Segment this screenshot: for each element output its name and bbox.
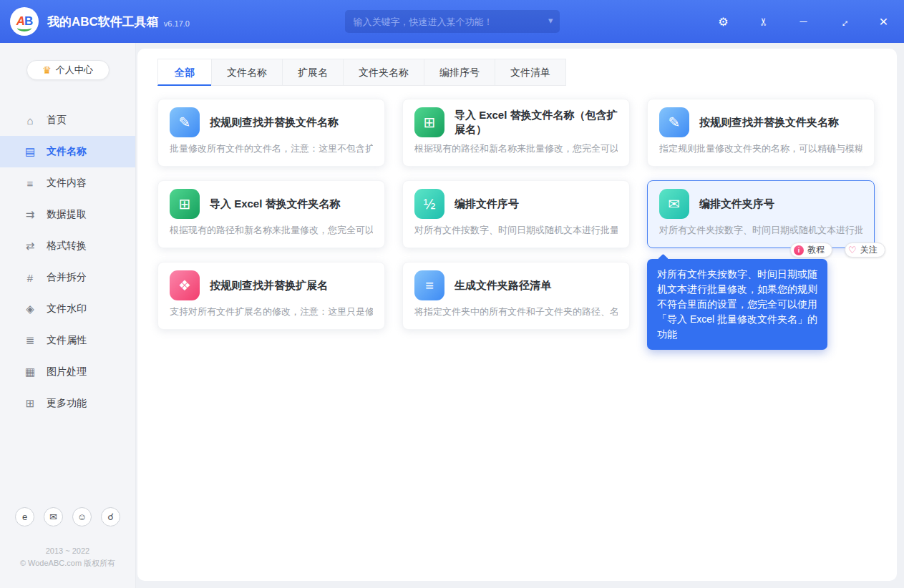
share-icon[interactable]: ☌ xyxy=(101,507,120,526)
card-title: 按规则查找并替换文件夹名称 xyxy=(699,115,839,129)
tab-all[interactable]: 全部 xyxy=(157,59,212,86)
excel-icon: ⊞ xyxy=(414,107,444,137)
folder-edit-icon: ✎ xyxy=(659,107,689,137)
card-title: 导入 Excel 替换文件名称（包含扩展名） xyxy=(455,108,618,137)
card-title: 编排文件夹序号 xyxy=(699,197,774,211)
sequence-number-icon: ½ xyxy=(414,189,444,219)
card-replace-file-name[interactable]: ✎ 按规则查找并替换文件名称 批量修改所有文件的文件名，注意：这里不包含扩展名 xyxy=(157,99,385,167)
card-desc: 根据现有的路径和新名称来批量修改，您完全可以利用 xyxy=(414,142,618,155)
settings-icon[interactable]: ⚙ xyxy=(715,15,732,29)
sidebar-item-image-process[interactable]: ▦ 图片处理 xyxy=(0,356,135,388)
puzzle-icon: ❖ xyxy=(170,270,200,300)
logo-letter-b: B xyxy=(24,14,32,29)
card-title: 编排文件序号 xyxy=(455,197,519,211)
minimize-button[interactable]: ─ xyxy=(795,16,812,27)
sidebar-item-file-attrs[interactable]: ≣ 文件属性 xyxy=(0,325,135,356)
file-icon: ▤ xyxy=(23,145,37,158)
copyright-years: 2013 ~ 2022 xyxy=(0,545,135,557)
folder-list-icon: ≡ xyxy=(414,270,444,300)
data-extract-icon: ⇉ xyxy=(23,208,37,221)
card-replace-folder-name[interactable]: ✎ 按规则查找并替换文件夹名称 指定规则批量修改文件夹的名称，可以精确与模糊查找 xyxy=(647,99,875,167)
copyright: 2013 ~ 2022 © WodeABC.com 版权所有 xyxy=(0,545,135,569)
social-links: e ✉ ☺ ☌ xyxy=(15,507,120,526)
main-panel: 全部 文件名称 扩展名 文件夹名称 编排序号 文件清单 ✎ 按规则查找并替换文件… xyxy=(137,49,897,581)
card-desc: 对所有文件按数字、时间日期或随机文本进行批量修改 xyxy=(414,224,618,237)
titlebar: AB 我的ABC软件工具箱 v6.17.0 ▾ ⚙ ✂ ─ ↔ × xyxy=(0,0,904,43)
card-folder-path-list[interactable]: ≡ 生成文件夹路径清单 将指定文件夹中的所有文件和子文件夹的路径、名称、 xyxy=(402,262,630,330)
tab-extension[interactable]: 扩展名 xyxy=(282,59,344,86)
profile-center-button[interactable]: ♛ 个人中心 xyxy=(26,60,110,80)
fullscreen-button[interactable]: ↔ xyxy=(833,11,853,31)
merge-split-icon: # xyxy=(23,272,37,284)
card-replace-extension[interactable]: ❖ 按规则查找并替换扩展名 支持对所有文件扩展名的修改，注意：这里只是修改扩 xyxy=(157,262,385,330)
sidebar-item-file-name[interactable]: ▤ 文件名称 xyxy=(0,136,135,167)
card-title: 按规则查找并替换扩展名 xyxy=(210,278,328,293)
file-content-icon: ≡ xyxy=(23,177,37,190)
more-grid-icon: ⊞ xyxy=(23,397,37,410)
sidebar-item-merge-split[interactable]: # 合并拆分 xyxy=(0,262,135,293)
follow-button[interactable]: ♡ 关注 xyxy=(845,242,885,258)
feature-tooltip: 对所有文件夹按数字、时间日期或随机文本进行批量修改，如果您的规则不符合里面的设置… xyxy=(647,259,827,350)
heart-icon: ♡ xyxy=(848,245,857,255)
tutorial-label: 教程 xyxy=(807,244,825,256)
category-tabs: 全部 文件名称 扩展名 文件夹名称 编排序号 文件清单 xyxy=(157,59,565,86)
card-title: 生成文件夹路径清单 xyxy=(455,278,551,293)
tutorial-button[interactable]: i 教程 xyxy=(790,242,832,258)
sidebar-item-format-convert[interactable]: ⇄ 格式转换 xyxy=(0,230,135,262)
sidebar-item-home[interactable]: ⌂ 首页 xyxy=(0,104,135,136)
watermark-icon: ◈ xyxy=(23,303,37,315)
lightbulb-icon: i xyxy=(794,245,804,255)
card-desc: 根据现有的路径和新名称来批量修改，您完全可以利用 xyxy=(170,224,373,237)
app-window: AB 我的ABC软件工具箱 v6.17.0 ▾ ⚙ ✂ ─ ↔ × ♛ 个人中心… xyxy=(0,0,904,588)
browser-icon[interactable]: e xyxy=(15,507,34,526)
card-desc: 对所有文件夹按数字、时间日期或随机文本进行批量修 xyxy=(659,224,862,237)
sidebar-nav: ⌂ 首页 ▤ 文件名称 ≡ 文件内容 ⇉ 数据提取 ⇄ 格式转换 # 合并拆分 xyxy=(0,104,135,419)
sidebar-item-watermark[interactable]: ◈ 文件水印 xyxy=(0,293,135,325)
search-input[interactable] xyxy=(345,10,560,33)
sidebar: ♛ 个人中心 ⌂ 首页 ▤ 文件名称 ≡ 文件内容 ⇉ 数据提取 ⇄ 格式转换 xyxy=(0,43,136,588)
boss-key-icon[interactable]: ✂ xyxy=(757,14,770,30)
folder-sequence-icon: ✉ xyxy=(659,189,689,219)
chat-icon[interactable]: ☺ xyxy=(72,507,92,526)
tab-file-list[interactable]: 文件清单 xyxy=(495,59,566,86)
sidebar-item-file-content[interactable]: ≡ 文件内容 xyxy=(0,167,135,199)
copyright-owner: © WodeABC.com 版权所有 xyxy=(0,557,135,569)
tab-sequence[interactable]: 编排序号 xyxy=(424,59,495,86)
file-attrs-icon: ≣ xyxy=(23,334,37,347)
card-desc: 指定规则批量修改文件夹的名称，可以精确与模糊查找 xyxy=(659,142,862,155)
profile-label: 个人中心 xyxy=(56,64,93,77)
chevron-down-icon[interactable]: ▾ xyxy=(548,15,553,26)
card-file-sequence[interactable]: ½ 编排文件序号 对所有文件按数字、时间日期或随机文本进行批量修改 xyxy=(402,180,630,248)
card-desc: 批量修改所有文件的文件名，注意：这里不包含扩展名 xyxy=(170,142,373,155)
card-desc: 将指定文件夹中的所有文件和子文件夹的路径、名称、 xyxy=(414,305,618,318)
tooltip-text: 对所有文件夹按数字、时间日期或随机文本进行批量修改，如果您的规则不符合里面的设置… xyxy=(657,268,817,340)
crown-icon: ♛ xyxy=(42,65,52,75)
sidebar-item-data-extract[interactable]: ⇉ 数据提取 xyxy=(0,199,135,230)
card-desc: 支持对所有文件扩展名的修改，注意：这里只是修改扩 xyxy=(170,305,373,318)
tab-folder-name[interactable]: 文件夹名称 xyxy=(343,59,424,86)
app-logo: AB xyxy=(10,7,39,36)
close-button[interactable]: × xyxy=(875,13,892,30)
image-icon: ▦ xyxy=(23,366,37,378)
edit-icon: ✎ xyxy=(170,107,200,137)
sidebar-item-more[interactable]: ⊞ 更多功能 xyxy=(0,388,135,419)
mail-icon[interactable]: ✉ xyxy=(44,507,63,526)
app-title: 我的ABC软件工具箱 xyxy=(47,14,159,30)
quick-search-box[interactable]: ▾ xyxy=(345,10,560,33)
tab-file-name[interactable]: 文件名称 xyxy=(211,59,283,86)
card-excel-replace-folder-name[interactable]: ⊞ 导入 Excel 替换文件夹名称 根据现有的路径和新名称来批量修改，您完全可… xyxy=(157,180,385,248)
app-version: v6.17.0 xyxy=(164,19,190,28)
card-title: 按规则查找并替换文件名称 xyxy=(210,115,339,129)
follow-label: 关注 xyxy=(860,244,878,256)
excel-icon: ⊞ xyxy=(170,189,200,219)
card-excel-replace-file-name[interactable]: ⊞ 导入 Excel 替换文件名称（包含扩展名） 根据现有的路径和新名称来批量修… xyxy=(402,99,630,167)
card-title: 导入 Excel 替换文件夹名称 xyxy=(210,197,341,211)
card-folder-sequence[interactable]: ✉ 编排文件夹序号 对所有文件夹按数字、时间日期或随机文本进行批量修 xyxy=(647,180,875,248)
titlebar-actions: ⚙ ✂ ─ ↔ × xyxy=(715,13,892,30)
home-icon: ⌂ xyxy=(23,114,37,127)
format-convert-icon: ⇄ xyxy=(23,240,37,253)
logo-letter-a: A xyxy=(16,14,24,29)
